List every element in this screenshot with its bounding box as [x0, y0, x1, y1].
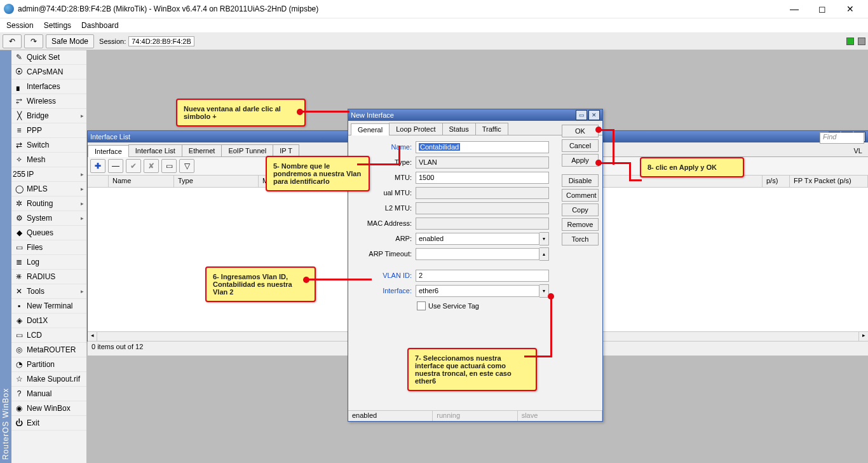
tab-vlan-clip[interactable]: VL — [848, 145, 868, 156]
session-value: 74:4D:28:B9:F4:2B — [128, 36, 194, 46]
torch-button[interactable]: Torch — [562, 233, 599, 245]
comment-button[interactable]: Comment — [562, 189, 599, 202]
callout-8-dot-apply — [595, 160, 602, 166]
callout-5-line-v — [398, 146, 400, 165]
arp-timeout-dd-icon[interactable]: ▴ — [539, 247, 549, 261]
disable-button[interactable]: Disable — [562, 174, 599, 187]
vlan-id-input[interactable]: 2 — [416, 270, 549, 282]
nav-item-routing[interactable]: ✲Routing▸ — [11, 197, 86, 211]
nav-item-exit[interactable]: ⏻Exit — [11, 416, 86, 431]
use-service-tag-label: Use Service Tag — [428, 302, 479, 310]
chevron-right-icon: ▸ — [81, 200, 84, 207]
tab-interface[interactable]: Interface — [88, 145, 129, 157]
nav-item-lcd[interactable]: ▭LCD — [11, 328, 86, 343]
enable-button[interactable]: ✔ — [126, 159, 141, 173]
nav-item-log[interactable]: ≣Log — [11, 255, 86, 270]
nav-item-tools[interactable]: ✕Tools▸ — [11, 284, 86, 299]
status-led-green — [846, 38, 854, 45]
add-button[interactable]: ✚ — [90, 159, 105, 173]
nav-label: Routing — [27, 199, 53, 208]
arp-timeout-label: ARP Timeout: — [355, 250, 412, 258]
col-fp-tx[interactable]: FP Tx Packet (p/s) — [790, 176, 868, 187]
nav-item-system[interactable]: ⚙System▸ — [11, 211, 86, 226]
maximize-button[interactable]: ◻ — [808, 0, 836, 18]
nav-item-new-terminal[interactable]: ▪New Terminal — [11, 299, 86, 314]
nav-item-make-supout-rif[interactable]: ☆Make Supout.rif — [11, 372, 86, 387]
nav-icon: ? — [14, 389, 24, 399]
nav-item-metarouter[interactable]: ◎MetaROUTER — [11, 343, 86, 357]
nav-item-quick-set[interactable]: ✎Quick Set — [11, 50, 86, 65]
tab-ip-tunnel[interactable]: IP T — [273, 144, 299, 156]
nav-item-queues[interactable]: ◆Queues — [11, 226, 86, 240]
nav-label: MetaROUTER — [27, 345, 76, 354]
interface-list-title-text: Interface List — [90, 133, 130, 141]
arp-timeout-input[interactable] — [416, 248, 539, 260]
col-type[interactable]: Type — [174, 176, 259, 187]
menu-dashboard[interactable]: Dashboard — [81, 21, 119, 30]
callout-8-line1h2 — [629, 179, 642, 181]
nav-item-interfaces[interactable]: ▖Interfaces — [11, 79, 86, 94]
tab-general[interactable]: General — [351, 123, 390, 135]
nav-item-dot1x[interactable]: ◈Dot1X — [11, 314, 86, 328]
ni-close-icon[interactable]: ✕ — [588, 110, 600, 120]
menu-session[interactable]: Session — [6, 21, 34, 30]
nav-item-mpls[interactable]: ◯MPLS▸ — [11, 182, 86, 197]
ok-button[interactable]: OK — [562, 125, 599, 137]
nav-item-files[interactable]: ▭Files — [11, 240, 86, 255]
tab-loop-protect[interactable]: Loop Protect — [389, 123, 442, 135]
nav-icon: ✲ — [14, 198, 24, 209]
cancel-button[interactable]: Cancel — [562, 139, 599, 152]
ni-minimize-icon[interactable]: ▭ — [576, 110, 587, 120]
tab-interface-list[interactable]: Interface List — [128, 144, 182, 156]
redo-button[interactable]: ↷ — [24, 34, 43, 48]
nav-item-partition[interactable]: ◔Partition — [11, 357, 86, 372]
nav-icon: ✕ — [14, 286, 24, 296]
use-service-tag-checkbox[interactable] — [417, 301, 426, 310]
callout-7-line-h — [524, 356, 552, 357]
comment-button[interactable]: ▭ — [161, 159, 177, 173]
new-interface-button-column: OK Cancel Apply Disable Comment Copy Rem… — [562, 125, 599, 245]
interface-select[interactable]: ether6 — [416, 285, 539, 297]
undo-button[interactable]: ↶ — [3, 34, 22, 48]
menu-settings[interactable]: Settings — [44, 21, 71, 30]
col-name[interactable]: Name — [109, 176, 174, 187]
nav-item-capsman[interactable]: ⦿CAPsMAN — [11, 65, 86, 79]
nav-item-mesh[interactable]: ✧Mesh — [11, 153, 86, 167]
mtu-input[interactable]: 1500 — [416, 172, 549, 184]
find-input[interactable]: Find — [820, 132, 864, 144]
arp-select[interactable]: enabled — [416, 233, 539, 245]
nav-item-manual[interactable]: ?Manual — [11, 387, 86, 401]
tab-traffic[interactable]: Traffic — [475, 123, 508, 135]
nav-item-ip[interactable]: 255IP▸ — [11, 167, 86, 182]
col-ps[interactable]: p/s) — [763, 176, 790, 187]
toolbar: ↶ ↷ Safe Mode Session: 74:4D:28:B9:F4:2B — [0, 33, 868, 50]
remove-button[interactable]: Remove — [562, 218, 599, 231]
nav-item-bridge[interactable]: ╳Bridge▸ — [11, 109, 86, 123]
safe-mode-button[interactable]: Safe Mode — [46, 34, 94, 48]
new-interface-title[interactable]: New Interface ▭ ✕ — [348, 109, 602, 121]
close-button[interactable]: ✕ — [836, 0, 864, 18]
tab-status[interactable]: Status — [442, 123, 476, 135]
mac-value — [416, 218, 549, 230]
window-titlebar: admin@74:4D:28:B9:F4:2B (MikroTik) - Win… — [0, 0, 868, 18]
tab-ethernet[interactable]: Ethernet — [182, 144, 222, 156]
disable-button[interactable]: ✘ — [144, 159, 159, 173]
nav-item-switch[interactable]: ⇄Switch — [11, 138, 86, 153]
tab-eoip[interactable]: EoIP Tunnel — [221, 144, 273, 156]
nav-item-ppp[interactable]: ≡PPP — [11, 123, 86, 138]
apply-button[interactable]: Apply — [562, 154, 599, 167]
filter-button[interactable]: ▽ — [179, 159, 194, 173]
arp-dropdown-icon[interactable]: ▾ — [539, 232, 549, 245]
copy-button[interactable]: Copy — [562, 204, 599, 216]
nav-item-radius[interactable]: ⛯RADIUS — [11, 270, 86, 284]
name-input[interactable]: Contabilidad — [416, 141, 549, 153]
minimize-button[interactable]: — — [780, 0, 808, 18]
nav-item-new-winbox[interactable]: ◉New WinBox — [11, 401, 86, 416]
status-running: running — [433, 411, 517, 421]
nav-icon: ⛯ — [14, 272, 24, 282]
callout-7: 7- Seleccionamos nuestra interface que a… — [407, 348, 537, 391]
interface-label: Interface: — [355, 287, 412, 294]
nav-icon: ⇄ — [14, 140, 24, 150]
remove-button[interactable]: — — [108, 159, 123, 173]
nav-item-wireless[interactable]: ⥂Wireless — [11, 94, 86, 109]
